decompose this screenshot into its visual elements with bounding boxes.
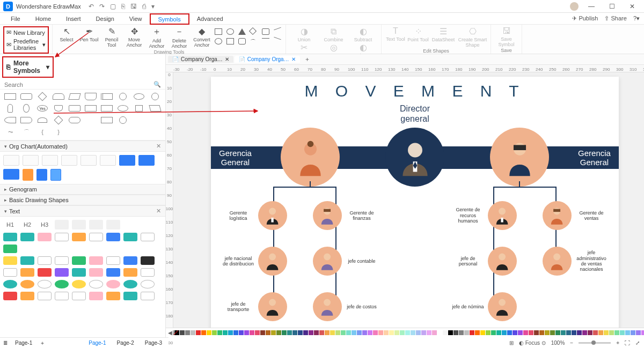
color-swatch[interactable] [405, 330, 410, 335]
banner-item[interactable] [38, 280, 52, 288]
publish-button[interactable]: ✈ Publish [572, 15, 598, 22]
text-style[interactable] [141, 220, 155, 229]
banner-item[interactable] [106, 280, 120, 288]
banner-item[interactable] [89, 233, 103, 241]
fit-page-icon[interactable]: ⛶ [625, 340, 630, 346]
color-swatch[interactable] [362, 330, 367, 335]
text-style[interactable] [72, 220, 86, 229]
org-node[interactable] [258, 201, 287, 230]
basic-shapes-quick[interactable]: ⌒ [214, 26, 282, 45]
move-anchor[interactable]: ✥Move Anchor [123, 26, 145, 48]
shape-item[interactable] [68, 92, 82, 101]
color-swatch[interactable] [341, 330, 346, 335]
banner-item[interactable] [141, 233, 155, 241]
color-swatch[interactable] [217, 330, 222, 335]
color-swatch[interactable] [523, 330, 528, 335]
color-swatch[interactable] [432, 330, 437, 335]
color-swatch[interactable] [180, 330, 185, 335]
orgchart-thumb[interactable] [80, 155, 97, 166]
banner-item[interactable] [55, 256, 69, 265]
shape-item[interactable] [132, 103, 146, 113]
color-swatch[interactable] [314, 330, 319, 335]
color-swatch[interactable] [368, 330, 372, 335]
doc-tab[interactable]: 📄 Company Orga… ✕ [168, 56, 233, 63]
color-swatch[interactable] [566, 330, 571, 335]
color-swatch[interactable] [443, 330, 448, 335]
banner-item[interactable] [3, 280, 17, 288]
banner-item[interactable] [55, 233, 69, 241]
avatar[interactable] [570, 2, 579, 11]
tab-design[interactable]: Design [89, 13, 122, 24]
color-swatch[interactable] [636, 330, 641, 335]
shape-item[interactable] [68, 103, 82, 113]
org-node[interactable] [313, 247, 342, 276]
banner-item[interactable] [20, 280, 34, 288]
color-swatch[interactable] [346, 330, 351, 335]
tab-view[interactable]: View [122, 13, 150, 24]
orgchart-thumb[interactable] [138, 155, 155, 166]
orgchart-thumb[interactable] [23, 155, 39, 166]
banner-item[interactable] [106, 233, 120, 241]
color-swatch[interactable] [491, 330, 496, 335]
page-canvas[interactable]: M O V E M E N T Director general Gerenci… [211, 77, 619, 337]
shape-item[interactable] [132, 92, 146, 101]
banner-item[interactable] [141, 268, 155, 277]
maximize-button[interactable]: ☐ [604, 3, 619, 10]
add-page-icon[interactable]: ＋ [40, 339, 45, 347]
print-icon[interactable]: ⎙ [142, 3, 146, 10]
redo-icon[interactable]: ↷ [99, 3, 105, 10]
color-swatch[interactable] [335, 330, 340, 335]
color-swatch[interactable] [389, 330, 394, 335]
zoom-slider[interactable] [579, 342, 611, 344]
color-swatch[interactable] [255, 330, 260, 335]
color-swatch[interactable] [411, 330, 415, 335]
banner-item[interactable] [72, 280, 86, 288]
color-swatch[interactable] [572, 330, 576, 335]
banner-item[interactable] [89, 256, 103, 265]
shape-item[interactable] [3, 103, 17, 113]
palette-left-icon[interactable]: ◀ [168, 330, 172, 336]
banner-item[interactable] [3, 233, 17, 241]
shape-item[interactable] [100, 115, 114, 125]
color-swatch[interactable] [394, 330, 399, 335]
shape-item[interactable] [35, 115, 49, 125]
color-swatch[interactable] [507, 330, 512, 335]
shape-item[interactable] [84, 92, 98, 101]
banner-item[interactable] [20, 268, 34, 277]
banner-item[interactable] [3, 292, 17, 300]
shape-item[interactable] [52, 92, 65, 101]
color-swatch[interactable] [641, 330, 644, 335]
orgchart-thumb[interactable] [50, 169, 61, 181]
add-anchor[interactable]: ＋Add Anchor [146, 26, 167, 49]
color-swatch[interactable] [196, 330, 201, 335]
banner-item[interactable] [20, 292, 34, 300]
color-swatch[interactable] [502, 330, 507, 335]
color-swatch[interactable] [416, 330, 421, 335]
banner-item[interactable] [38, 233, 52, 241]
shape-item[interactable] [19, 115, 33, 125]
color-swatch[interactable] [271, 330, 276, 335]
shape-item[interactable] [3, 115, 17, 125]
new-icon[interactable]: ▢ [110, 3, 116, 10]
color-swatch[interactable] [266, 330, 270, 335]
undo-icon[interactable]: ↶ [89, 3, 94, 10]
gerencia-left-node[interactable] [281, 128, 340, 187]
focus-toggle[interactable]: ◐ Focus ⊙ [519, 340, 546, 346]
shape-item[interactable]: } [52, 127, 65, 137]
shape-item[interactable] [19, 103, 33, 113]
org-node[interactable] [258, 247, 287, 276]
accordion-genogram[interactable]: ▸Genogram [0, 184, 165, 195]
page-tab[interactable]: Page-1 [12, 340, 35, 346]
banner-item[interactable] [123, 256, 137, 265]
shape-item[interactable]: ⤳ [3, 127, 17, 137]
banner-item[interactable] [141, 292, 155, 300]
org-node[interactable] [543, 201, 572, 230]
color-swatch[interactable] [604, 330, 609, 335]
banner-item[interactable] [38, 256, 52, 265]
color-swatch[interactable] [609, 330, 614, 335]
color-swatch[interactable] [582, 330, 587, 335]
color-swatch[interactable] [384, 330, 389, 335]
color-swatch[interactable] [588, 330, 592, 335]
color-swatch[interactable] [357, 330, 362, 335]
color-swatch[interactable] [421, 330, 426, 335]
